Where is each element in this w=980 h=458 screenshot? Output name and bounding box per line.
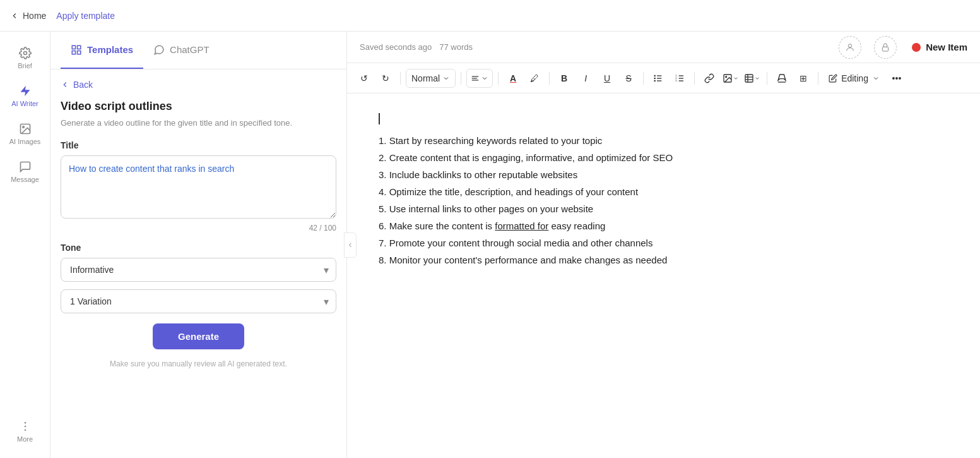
nav-message-label: Message	[11, 176, 39, 183]
list-item: Use internal links to other pages on you…	[379, 200, 948, 217]
nav-ai-writer-label: AI Writer	[11, 100, 38, 107]
clear-format-icon	[777, 73, 787, 83]
numbered-list-icon: 1.2.3.	[675, 73, 685, 83]
nav-item-more[interactable]: More	[3, 415, 47, 448]
new-item-button[interactable]: New Item	[912, 42, 967, 52]
italic-button[interactable]: I	[576, 69, 595, 88]
nav-item-ai-writer[interactable]: AI Writer	[3, 80, 47, 112]
back-link[interactable]: Back	[61, 80, 336, 90]
nav-ai-images-label: AI Images	[9, 138, 41, 145]
editor-area: Saved seconds ago 77 words New Item ↺ ↻ …	[347, 32, 980, 458]
table-icon	[744, 73, 754, 83]
special-button[interactable]: ⊞	[794, 69, 813, 88]
collapse-panel-button[interactable]	[344, 232, 357, 258]
gear-icon	[19, 47, 32, 59]
align-dropdown-icon	[481, 75, 488, 82]
editing-select[interactable]: Editing	[824, 69, 885, 88]
icon-nav: Brief AI Writer AI Images Message More	[0, 32, 50, 458]
svg-text:3.: 3.	[675, 79, 677, 82]
tab-templates-label: Templates	[87, 44, 133, 55]
save-status: Saved seconds ago	[360, 42, 432, 52]
variation-select[interactable]: 1 Variation 2 Variations 3 Variations	[61, 289, 336, 313]
new-item-dot	[912, 43, 921, 52]
align-select[interactable]	[466, 69, 493, 88]
text-cursor	[379, 113, 380, 124]
svg-point-20	[654, 80, 655, 81]
list-item: Include backlinks to other reputable web…	[379, 166, 948, 183]
list-item: Start by researching keywords related to…	[379, 132, 948, 149]
text-color-button[interactable]: A	[504, 69, 522, 88]
list-item: Monitor your content's performance and m…	[379, 251, 948, 268]
underline-button[interactable]: U	[598, 69, 617, 88]
table-dropdown-icon	[754, 75, 760, 81]
svg-rect-8	[72, 51, 75, 54]
svg-point-4	[24, 426, 26, 428]
edit-pencil-icon	[829, 74, 837, 83]
cursor-line	[379, 112, 948, 124]
toolbar-divider-3	[498, 72, 499, 85]
avatar-icon	[845, 42, 855, 52]
home-label: Home	[23, 11, 46, 21]
templates-panel: Templates ChatGPT Back Video script outl…	[50, 32, 347, 458]
svg-rect-29	[745, 75, 753, 82]
link-icon	[704, 73, 714, 83]
panel-description: Generate a video outline for the given t…	[61, 118, 336, 128]
editor-body[interactable]: Start by researching keywords related to…	[347, 93, 980, 458]
tone-label: Tone	[61, 243, 336, 253]
editor-header: Saved seconds ago 77 words New Item	[347, 32, 980, 63]
chevron-left-back-icon	[61, 80, 69, 89]
toolbar-divider-4	[549, 72, 550, 85]
numbered-list-button[interactable]: 1.2.3.	[670, 69, 689, 88]
chevron-left-icon	[10, 11, 19, 20]
content-list: Start by researching keywords related to…	[379, 132, 948, 268]
bold-button[interactable]: B	[555, 69, 574, 88]
generate-button[interactable]: Generate	[153, 323, 244, 349]
more-options-button[interactable]: •••	[887, 69, 906, 88]
avatar-button[interactable]	[839, 36, 861, 59]
list-item: Create content that is engaging, informa…	[379, 149, 948, 166]
home-link[interactable]: Home	[10, 11, 46, 21]
svg-rect-14	[472, 80, 479, 80]
list-item: Promote your content through social medi…	[379, 234, 948, 251]
svg-rect-6	[72, 45, 75, 49]
highlight-button[interactable]: 🖊	[525, 69, 544, 88]
toolbar-divider-5	[643, 72, 644, 85]
list-item: Optimize the title, description, and hea…	[379, 183, 948, 200]
svg-point-19	[654, 78, 655, 78]
underlined-text: formatted for	[495, 220, 548, 231]
editing-dropdown-icon	[872, 75, 880, 82]
style-select[interactable]: Normal	[406, 69, 456, 88]
nav-item-ai-images[interactable]: AI Images	[3, 118, 47, 150]
back-label: Back	[73, 80, 93, 90]
lock-button[interactable]	[874, 36, 897, 59]
variation-select-wrapper: 1 Variation 2 Variations 3 Variations ▾	[61, 289, 336, 313]
svg-point-28	[726, 76, 727, 77]
svg-point-10	[848, 44, 851, 47]
bullet-list-button[interactable]	[649, 69, 668, 88]
svg-rect-11	[882, 47, 888, 51]
svg-point-18	[654, 75, 655, 76]
word-count: 77 words	[439, 42, 473, 52]
table-button[interactable]	[743, 69, 762, 88]
image-button[interactable]	[721, 69, 740, 88]
lock-icon	[880, 42, 890, 52]
editing-label: Editing	[841, 73, 868, 83]
nav-item-brief[interactable]: Brief	[3, 42, 47, 75]
title-input[interactable]: How to create content that ranks in sear…	[61, 155, 336, 219]
redo-button[interactable]: ↻	[376, 69, 395, 88]
char-count: 42 / 100	[61, 224, 336, 232]
svg-rect-7	[78, 45, 81, 49]
toolbar-divider-2	[461, 72, 461, 85]
undo-button[interactable]: ↺	[355, 69, 374, 88]
image-toolbar-icon	[723, 73, 733, 83]
link-button[interactable]	[700, 69, 719, 88]
strikethrough-button[interactable]: S	[619, 69, 638, 88]
chevron-left-collapse-icon	[346, 241, 354, 249]
toolbar-divider-7	[767, 72, 767, 85]
align-icon	[471, 74, 480, 83]
tone-select[interactable]: Informative Casual Professional Persuasi…	[61, 258, 336, 282]
clear-format-button[interactable]	[772, 69, 791, 88]
nav-item-message[interactable]: Message	[3, 155, 47, 188]
tab-templates[interactable]: Templates	[61, 32, 143, 69]
tab-chatgpt[interactable]: ChatGPT	[143, 32, 220, 69]
